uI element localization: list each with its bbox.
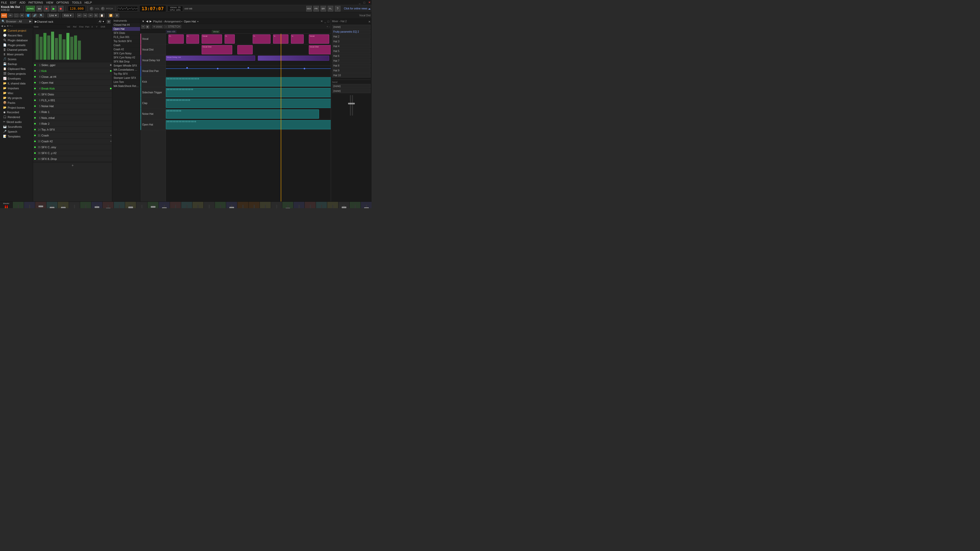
inst-open-hat[interactable]: Open Hat [112, 27, 140, 31]
pattern-vdist-3[interactable]: Vocal Dist [309, 45, 331, 54]
channel-row-sidec[interactable]: 1 Sidec..gger [33, 62, 112, 68]
ch-fader-knob-12[interactable] [151, 206, 156, 208]
menu-add[interactable]: ADD [19, 1, 25, 4]
sidebar-item-demo[interactable]: 🎬 Demo projects [0, 71, 33, 76]
mixer-slot-eq2[interactable]: Fruity parametric EQ 2 [332, 30, 371, 34]
channel-row-ride2[interactable]: 8 Ride 2 [33, 121, 112, 127]
ch-fader-10[interactable] [130, 205, 131, 208]
ch-fader-19[interactable] [231, 205, 232, 208]
ch-fader-knob-7[interactable] [95, 206, 99, 208]
pattern-vocal-2[interactable]: V.. [186, 35, 199, 44]
ch-fader-1[interactable] [29, 205, 30, 208]
pl-zoom-out[interactable]: - [329, 25, 330, 28]
inst-toy-scritch[interactable]: Toy Scritch SFX [112, 39, 140, 43]
inst-linn-tom[interactable]: Linn Tom [112, 80, 140, 84]
mixer-slot-hat9[interactable]: Hat 9 [332, 68, 371, 73]
plugin-btn[interactable]: PL [328, 6, 333, 11]
pattern-vdelay-1[interactable]: Vocal Delay Vol [166, 56, 255, 61]
ch-fader-knob-29[interactable] [342, 206, 346, 208]
ch-fader-knob-13[interactable] [162, 207, 167, 208]
ch-fader-18[interactable] [220, 205, 221, 208]
mixer-slot-hat7[interactable]: Hat 7 [332, 59, 371, 63]
ch-fader-11[interactable] [142, 205, 142, 208]
playlist-maximize-btn[interactable]: □ [328, 20, 329, 23]
snap-selector[interactable]: Line ▼ [48, 14, 59, 17]
ch-fader-12[interactable] [153, 205, 154, 208]
channel-row-noisehat[interactable]: 5 Noise Hat [33, 103, 112, 109]
copy-btn[interactable]: ⎘ [94, 14, 98, 17]
ch-fader-knob-19[interactable] [229, 207, 234, 208]
draw-tool[interactable]: ✏ [8, 14, 13, 17]
auto-marker-3[interactable] [248, 67, 249, 68]
channel-row-closehat[interactable]: 8 Close..at #4 [33, 74, 112, 80]
sidebar-item-channel-presets[interactable]: 🎛 Channel presets [0, 48, 33, 52]
playlist-collapse-btn[interactable]: ▼ [142, 20, 145, 23]
track-label-open-hat[interactable]: Open Hat [140, 119, 165, 130]
track-label-vocal-dist-pan[interactable]: Vocal Dist Pan [140, 66, 165, 76]
paste-btn[interactable]: 📋 [99, 14, 105, 17]
channel-row-sfx8drop[interactable]: 44 SFX 8..Drop [33, 156, 112, 162]
sidebar-item-scores[interactable]: 🎵 Scores [0, 57, 33, 62]
playlist-close-btn[interactable]: ✕ [321, 20, 323, 23]
menu-edit[interactable]: EDIT [10, 1, 16, 4]
crash-add-btn[interactable]: + [110, 134, 111, 137]
ch-fader-knob-4[interactable] [61, 207, 65, 208]
sidebar-item-plugin-database[interactable]: 🔌 Plugin database [0, 38, 33, 43]
ch-fader-23[interactable] [276, 205, 277, 208]
pattern-clap-full[interactable]: 3 3 3 3 3 3 3 3 3 3 3 3 3 3 3 3 [166, 99, 331, 108]
sidebar-item-current-project[interactable]: 📁 Current project [0, 28, 33, 33]
pattern-btn[interactable]: PAT [1, 13, 7, 18]
mixer-slot-hat4[interactable]: Hat 4 [332, 44, 371, 48]
channel-row-kick[interactable]: 2 Kick [33, 68, 112, 74]
auto-marker-2[interactable] [217, 68, 218, 69]
pattern-vocal-3[interactable]: Vocal [202, 35, 222, 44]
track-label-vocal[interactable]: Vocal [140, 34, 165, 44]
pattern-kick-full[interactable]: 3 3 3 3 3 3 3 3 3 3 3 3 3 3 3 3 3 3 3 3 … [166, 77, 331, 86]
record-btn[interactable]: ⏺ [58, 6, 64, 11]
track-label-vocal-delay[interactable]: Vocal Delay Vol [140, 55, 165, 66]
ch-fader-8[interactable] [108, 205, 109, 208]
ch-fader-31[interactable] [366, 205, 367, 208]
paint-tool[interactable]: 🪣 [25, 14, 31, 17]
auto-marker-4[interactable] [304, 68, 305, 69]
erase-tool[interactable]: ✕ [20, 14, 24, 17]
channel-row-crash[interactable]: 31 Crash + [33, 133, 112, 138]
sidebar-item-templates[interactable]: 📝 Templates [0, 134, 33, 139]
channel-row-breakkick[interactable]: 4 Break Kick [33, 86, 112, 92]
menu-patterns[interactable]: PATTERNS [29, 1, 43, 4]
channel-row-nois[interactable]: 6 Nois..mbal [33, 115, 112, 121]
mixer-send-2[interactable]: (none) [332, 89, 371, 93]
ch-fader-27[interactable] [321, 205, 322, 208]
link-tool[interactable]: 🔗 [32, 14, 38, 17]
sidebar-item-recent-files[interactable]: 🕐 Recent files [0, 33, 33, 38]
channel-row-crash2[interactable]: 30 Crash #2 + [33, 138, 112, 144]
close-btn[interactable]: ✕ [368, 1, 371, 4]
pattern-vocal-7[interactable]: V.. [291, 35, 304, 44]
ch-fader-17[interactable] [209, 205, 210, 208]
ch-fader-4[interactable] [63, 205, 64, 208]
sidebar-item-project-bones[interactable]: 📂 Project bones [0, 105, 33, 110]
ch-fader-22[interactable] [265, 205, 266, 208]
channel-row-toysfx[interactable]: 14 Toy..h SFX [33, 127, 112, 133]
mixer-slot-hat5[interactable]: Hat 5 [332, 49, 371, 53]
pl-add-btn[interactable]: + [142, 25, 145, 29]
mixer-slot-hat3[interactable]: Hat 3 [332, 39, 371, 44]
pl-stretch-btn[interactable]: ↔ STRETCH [164, 25, 181, 28]
browser-arrow[interactable]: ▶ [29, 20, 32, 23]
ch-fader-knob-2[interactable] [38, 206, 43, 207]
pattern-sidechain-full[interactable]: 3 3 3 3 3 3 3 3 3 3 3 3 3 3 3 3 3 3 [166, 88, 331, 97]
auto-marker-1[interactable] [186, 67, 188, 68]
ch-fader-15[interactable] [186, 205, 187, 208]
pl-cross-btn[interactable]: ✕ cross [152, 25, 163, 28]
browser-btn[interactable]: BR [321, 6, 326, 11]
sidebar-item-backup[interactable]: 💾 Backup [0, 62, 33, 66]
nav-star-btn[interactable]: ★ [6, 24, 9, 27]
ch-fader-14[interactable] [175, 205, 176, 208]
bounce-btn[interactable]: ⬇ [115, 14, 119, 17]
sidebar-item-sliced-audio[interactable]: ✂ Sliced audio [0, 119, 33, 124]
menu-tools[interactable]: TOOLS [72, 1, 81, 4]
pattern-vocal-8[interactable]: Vocal [309, 35, 329, 44]
right-fader-2[interactable] [352, 95, 353, 116]
ch-fader-21[interactable] [254, 205, 255, 208]
ch-fader-24[interactable] [287, 205, 288, 208]
